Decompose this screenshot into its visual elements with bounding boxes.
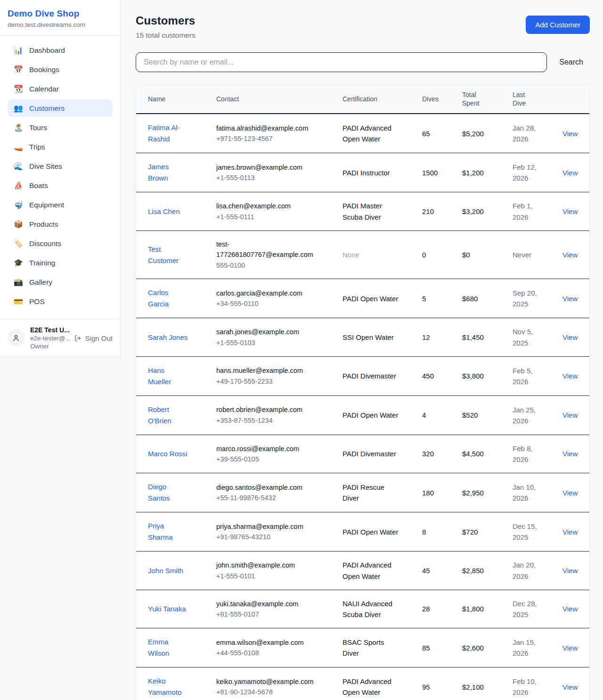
customer-contact-cell: james.brown@example.com +1-555-0113	[216, 153, 342, 192]
sidebar-item-equipment[interactable]: 🤿 Equipment	[8, 196, 113, 214]
customer-dives-cell: 0	[422, 231, 462, 279]
customer-contact-cell: marco.rossi@example.com +39-555-0105	[216, 435, 342, 473]
customer-last-dive-cell: Dec 28, 2025	[513, 590, 562, 628]
customer-last-dive: Dec 28, 2025	[513, 598, 546, 620]
customer-dives-cell: 4	[422, 395, 462, 435]
customer-certification: PADI Advanced Open Water	[342, 123, 399, 145]
customer-action-cell: View	[562, 512, 589, 552]
table-row: Carlos Garcia carlos.garcia@example.com …	[136, 279, 589, 318]
sidebar-item-dashboard[interactable]: 📊 Dashboard	[8, 41, 113, 59]
customer-email: sarah.jones@example.com	[216, 327, 317, 337]
customer-name-link[interactable]: Yuki Tanaka	[148, 603, 186, 615]
customer-name-link[interactable]: Emma Wilson	[148, 636, 189, 659]
products-icon: 📦	[13, 220, 24, 229]
view-customer-link[interactable]: View	[562, 567, 578, 575]
table-row: Fatima Al-Rashid fatima.alrashid@example…	[136, 114, 589, 153]
customer-action-cell: View	[562, 590, 589, 628]
customer-contact-cell: diego.santos@example.com +55-11-99876-54…	[216, 473, 342, 512]
view-customer-link[interactable]: View	[562, 333, 578, 341]
main-content: Customers 15 total customers Add Custome…	[121, 0, 603, 700]
customer-last-dive-cell: Jan 20, 2026	[513, 552, 562, 590]
view-customer-link[interactable]: View	[562, 295, 578, 303]
customer-name-link[interactable]: Fatima Al-Rashid	[148, 122, 189, 145]
sidebar-item-products[interactable]: 📦 Products	[8, 215, 113, 233]
customer-dives: 320	[422, 450, 434, 458]
customer-total-spent: $2,600	[462, 644, 484, 652]
customer-name-link[interactable]: Priya Sharma	[148, 520, 189, 543]
view-customer-link[interactable]: View	[562, 450, 578, 458]
customer-name-link[interactable]: Lisa Chen	[148, 206, 180, 217]
customer-last-dive-cell: Jan 15, 2026	[513, 628, 562, 667]
customer-total-spent: $2,850	[462, 567, 484, 575]
view-customer-link[interactable]: View	[562, 528, 578, 536]
sign-out-button[interactable]: Sign Out	[74, 334, 113, 342]
customer-certification: PADI Rescue Diver	[342, 482, 399, 504]
customer-dives-cell: 28	[422, 590, 462, 628]
customer-total-spent-cell: $2,600	[462, 628, 513, 667]
customer-phone: +55-11-99876-5432	[216, 493, 337, 503]
customer-name-link[interactable]: Keiko Yamamoto	[148, 675, 189, 698]
customer-dives-cell: 1500	[422, 153, 462, 192]
search-button[interactable]: Search	[553, 54, 590, 70]
customer-certification: PADI Divemaster	[342, 448, 396, 459]
view-customer-link[interactable]: View	[562, 169, 578, 177]
customer-name-link[interactable]: Hans Mueller	[148, 365, 189, 387]
customer-name-link[interactable]: James Brown	[148, 161, 189, 184]
sidebar-item-tours[interactable]: 🏝️ Tours	[8, 119, 113, 136]
customer-certification-cell: PADI Advanced Open Water	[342, 114, 422, 153]
customers-icon: 👥	[13, 104, 24, 113]
customer-name-link[interactable]: Diego Santos	[148, 481, 189, 504]
sidebar-item-calendar[interactable]: 📆 Calendar	[8, 80, 113, 98]
customer-name-link[interactable]: Robert O'Brien	[148, 404, 189, 427]
sidebar-item-discounts[interactable]: 🏷️ Discounts	[8, 235, 113, 252]
table-row: Sarah Jones sarah.jones@example.com +1-5…	[136, 318, 589, 357]
customer-total-spent: $520	[462, 411, 478, 419]
view-customer-link[interactable]: View	[562, 489, 578, 497]
sidebar-item-bookings[interactable]: 📅 Bookings	[8, 61, 113, 78]
view-customer-link[interactable]: View	[562, 372, 578, 380]
view-customer-link[interactable]: View	[562, 130, 578, 138]
table-row: Lisa Chen lisa.chen@example.com +1-555-0…	[136, 192, 589, 231]
view-customer-link[interactable]: View	[562, 207, 578, 215]
table-row: Priya Sharma priya.sharma@example.com +9…	[136, 512, 589, 552]
view-customer-link[interactable]: View	[562, 411, 578, 419]
add-customer-button[interactable]: Add Customer	[526, 16, 590, 34]
customer-contact-cell: robert.obrien@example.com +353-87-555-12…	[216, 395, 342, 435]
sidebar-item-label: Dashboard	[29, 46, 65, 55]
search-input[interactable]	[136, 52, 547, 72]
customer-name-link[interactable]: Sarah Jones	[148, 332, 187, 343]
customer-last-dive-cell: Feb 5, 2026	[513, 356, 562, 395]
sidebar-item-trips[interactable]: 🚤 Trips	[8, 138, 113, 156]
customer-dives: 28	[422, 605, 430, 613]
customer-name-link[interactable]: Test Customer	[148, 244, 189, 266]
customer-name-link[interactable]: Carlos Garcia	[148, 287, 189, 310]
sidebar-item-pos[interactable]: 💳 POS	[8, 293, 113, 310]
customer-email: hans.mueller@example.com	[216, 365, 317, 376]
customer-email: keiko.yamamoto@example.com	[216, 676, 317, 687]
customer-action-cell: View	[562, 279, 589, 318]
view-customer-link[interactable]: View	[562, 605, 578, 613]
sidebar-item-boats[interactable]: ⛵ Boats	[8, 177, 113, 194]
customer-name-link[interactable]: John Smith	[148, 565, 183, 576]
sidebar-item-label: Gallery	[29, 278, 52, 287]
customer-name-cell: Hans Mueller	[136, 356, 216, 395]
customer-certification-cell: PADI Open Water	[342, 279, 422, 318]
customer-action-cell: View	[562, 114, 589, 153]
customer-last-dive: Never	[513, 249, 531, 260]
customer-last-dive: Dec 15, 2025	[513, 521, 546, 543]
view-customer-link[interactable]: View	[562, 251, 578, 259]
view-customer-link[interactable]: View	[562, 644, 578, 652]
sidebar-item-gallery[interactable]: 📸 Gallery	[8, 273, 113, 291]
sidebar-item-customers[interactable]: 👥 Customers	[8, 99, 113, 117]
customer-dives: 8	[422, 528, 426, 536]
view-customer-link[interactable]: View	[562, 683, 578, 691]
page-header: Customers 15 total customers Add Custome…	[136, 14, 590, 40]
customer-dives: 180	[422, 489, 434, 497]
column-header-contact: Contact	[216, 85, 342, 114]
customer-phone: +353-87-555-1234	[216, 415, 337, 426]
customer-last-dive: Jan 15, 2026	[513, 637, 546, 659]
customer-email: priya.sharma@example.com	[216, 521, 317, 532]
sidebar-item-training[interactable]: 🎓 Training	[8, 254, 113, 272]
customer-name-link[interactable]: Marco Rossi	[148, 448, 187, 460]
sidebar-item-dive-sites[interactable]: 🌊 Dive Sites	[8, 157, 113, 175]
